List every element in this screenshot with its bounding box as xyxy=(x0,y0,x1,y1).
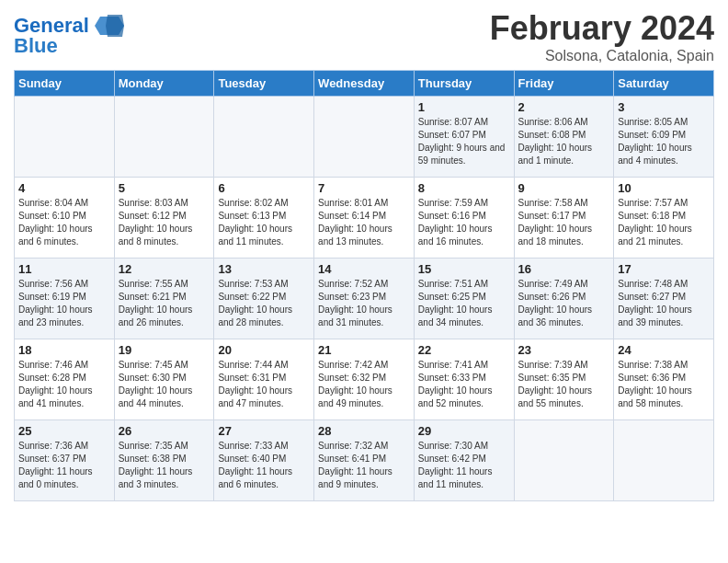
day-number: 22 xyxy=(418,343,510,357)
day-info: Sunrise: 7:30 AMSunset: 6:42 PMDaylight:… xyxy=(418,440,510,491)
day-cell: 24Sunrise: 7:38 AMSunset: 6:36 PMDayligh… xyxy=(614,339,714,420)
day-info: Sunrise: 7:49 AMSunset: 6:26 PMDaylight:… xyxy=(518,278,610,329)
day-info: Sunrise: 7:46 AMSunset: 6:28 PMDaylight:… xyxy=(18,359,110,410)
day-header-thursday: Thursday xyxy=(414,71,514,97)
day-info: Sunrise: 7:55 AMSunset: 6:21 PMDaylight:… xyxy=(119,278,210,329)
day-number: 18 xyxy=(18,343,110,357)
month-title: February 2024 xyxy=(490,9,714,48)
day-number: 4 xyxy=(18,181,110,195)
day-cell: 3Sunrise: 8:05 AMSunset: 6:09 PMDaylight… xyxy=(614,97,714,178)
day-number: 26 xyxy=(119,424,210,438)
day-number: 27 xyxy=(218,424,310,438)
day-info: Sunrise: 7:36 AMSunset: 6:37 PMDaylight:… xyxy=(18,440,110,491)
day-cell xyxy=(114,97,214,178)
day-cell: 23Sunrise: 7:39 AMSunset: 6:35 PMDayligh… xyxy=(514,339,614,420)
day-number: 11 xyxy=(18,262,110,276)
day-info: Sunrise: 8:05 AMSunset: 6:09 PMDaylight:… xyxy=(618,116,710,167)
day-number: 17 xyxy=(618,262,710,276)
day-number: 3 xyxy=(618,100,710,114)
day-number: 28 xyxy=(318,424,410,438)
day-number: 8 xyxy=(418,181,510,195)
day-info: Sunrise: 7:38 AMSunset: 6:36 PMDaylight:… xyxy=(618,359,710,410)
day-cell xyxy=(614,420,714,501)
day-info: Sunrise: 8:07 AMSunset: 6:07 PMDaylight:… xyxy=(418,116,510,167)
day-number: 10 xyxy=(618,181,710,195)
day-info: Sunrise: 7:52 AMSunset: 6:23 PMDaylight:… xyxy=(318,278,410,329)
day-info: Sunrise: 7:58 AMSunset: 6:17 PMDaylight:… xyxy=(518,197,610,248)
day-number: 21 xyxy=(318,343,410,357)
day-number: 6 xyxy=(218,181,310,195)
day-cell: 8Sunrise: 7:59 AMSunset: 6:16 PMDaylight… xyxy=(414,178,514,259)
week-row-1: 1Sunrise: 8:07 AMSunset: 6:07 PMDaylight… xyxy=(15,97,714,178)
day-cell: 29Sunrise: 7:30 AMSunset: 6:42 PMDayligh… xyxy=(414,420,514,501)
day-cell xyxy=(214,97,314,178)
day-info: Sunrise: 7:53 AMSunset: 6:22 PMDaylight:… xyxy=(218,278,310,329)
day-cell: 10Sunrise: 7:57 AMSunset: 6:18 PMDayligh… xyxy=(614,178,714,259)
day-cell: 1Sunrise: 8:07 AMSunset: 6:07 PMDaylight… xyxy=(414,97,514,178)
day-info: Sunrise: 7:44 AMSunset: 6:31 PMDaylight:… xyxy=(218,359,310,410)
day-info: Sunrise: 7:45 AMSunset: 6:30 PMDaylight:… xyxy=(119,359,210,410)
day-cell: 7Sunrise: 8:01 AMSunset: 6:14 PMDaylight… xyxy=(314,178,415,259)
day-cell: 13Sunrise: 7:53 AMSunset: 6:22 PMDayligh… xyxy=(214,259,314,339)
day-info: Sunrise: 7:57 AMSunset: 6:18 PMDaylight:… xyxy=(618,197,710,248)
day-cell: 18Sunrise: 7:46 AMSunset: 6:28 PMDayligh… xyxy=(15,339,115,420)
day-number: 25 xyxy=(18,424,110,438)
calendar-body: 1Sunrise: 8:07 AMSunset: 6:07 PMDaylight… xyxy=(15,97,714,501)
day-info: Sunrise: 8:01 AMSunset: 6:14 PMDaylight:… xyxy=(318,197,410,248)
day-number: 7 xyxy=(318,181,410,195)
day-number: 24 xyxy=(618,343,710,357)
day-number: 23 xyxy=(518,343,610,357)
day-cell: 19Sunrise: 7:45 AMSunset: 6:30 PMDayligh… xyxy=(114,339,214,420)
day-cell xyxy=(314,97,415,178)
logo-text-blue: Blue xyxy=(14,35,58,57)
day-info: Sunrise: 7:41 AMSunset: 6:33 PMDaylight:… xyxy=(418,359,510,410)
day-info: Sunrise: 7:33 AMSunset: 6:40 PMDaylight:… xyxy=(218,440,310,491)
day-number: 19 xyxy=(119,343,210,357)
calendar-header-row: SundayMondayTuesdayWednesdayThursdayFrid… xyxy=(15,71,714,97)
day-header-saturday: Saturday xyxy=(614,71,714,97)
title-area: February 2024 Solsona, Catalonia, Spain xyxy=(490,9,714,64)
day-header-sunday: Sunday xyxy=(15,71,115,97)
day-cell: 21Sunrise: 7:42 AMSunset: 6:32 PMDayligh… xyxy=(314,339,415,420)
day-cell: 22Sunrise: 7:41 AMSunset: 6:33 PMDayligh… xyxy=(414,339,514,420)
day-header-wednesday: Wednesday xyxy=(314,71,415,97)
day-info: Sunrise: 7:56 AMSunset: 6:19 PMDaylight:… xyxy=(18,278,110,329)
day-number: 16 xyxy=(518,262,610,276)
day-cell: 20Sunrise: 7:44 AMSunset: 6:31 PMDayligh… xyxy=(214,339,314,420)
day-header-monday: Monday xyxy=(114,71,214,97)
day-info: Sunrise: 7:51 AMSunset: 6:25 PMDaylight:… xyxy=(418,278,510,329)
week-row-2: 4Sunrise: 8:04 AMSunset: 6:10 PMDaylight… xyxy=(15,178,714,259)
day-cell: 17Sunrise: 7:48 AMSunset: 6:27 PMDayligh… xyxy=(614,259,714,339)
day-cell: 28Sunrise: 7:32 AMSunset: 6:41 PMDayligh… xyxy=(314,420,415,501)
day-cell: 2Sunrise: 8:06 AMSunset: 6:08 PMDaylight… xyxy=(514,97,614,178)
day-info: Sunrise: 8:06 AMSunset: 6:08 PMDaylight:… xyxy=(518,116,610,167)
day-number: 13 xyxy=(218,262,310,276)
day-cell xyxy=(15,97,115,178)
day-cell: 5Sunrise: 8:03 AMSunset: 6:12 PMDaylight… xyxy=(114,178,214,259)
day-cell: 26Sunrise: 7:35 AMSunset: 6:38 PMDayligh… xyxy=(114,420,214,501)
day-cell: 16Sunrise: 7:49 AMSunset: 6:26 PMDayligh… xyxy=(514,259,614,339)
day-info: Sunrise: 7:35 AMSunset: 6:38 PMDaylight:… xyxy=(119,440,210,491)
day-cell: 14Sunrise: 7:52 AMSunset: 6:23 PMDayligh… xyxy=(314,259,415,339)
day-info: Sunrise: 7:42 AMSunset: 6:32 PMDaylight:… xyxy=(318,359,410,410)
day-cell: 6Sunrise: 8:02 AMSunset: 6:13 PMDaylight… xyxy=(214,178,314,259)
day-number: 20 xyxy=(218,343,310,357)
svg-marker-1 xyxy=(106,15,124,37)
day-info: Sunrise: 8:02 AMSunset: 6:13 PMDaylight:… xyxy=(218,197,310,248)
day-number: 2 xyxy=(518,100,610,114)
day-header-friday: Friday xyxy=(514,71,614,97)
week-row-3: 11Sunrise: 7:56 AMSunset: 6:19 PMDayligh… xyxy=(15,259,714,339)
day-header-tuesday: Tuesday xyxy=(214,71,314,97)
day-number: 5 xyxy=(119,181,210,195)
day-number: 12 xyxy=(119,262,210,276)
day-number: 9 xyxy=(518,181,610,195)
day-cell: 25Sunrise: 7:36 AMSunset: 6:37 PMDayligh… xyxy=(15,420,115,501)
day-info: Sunrise: 8:04 AMSunset: 6:10 PMDaylight:… xyxy=(18,197,110,248)
day-cell: 4Sunrise: 8:04 AMSunset: 6:10 PMDaylight… xyxy=(15,178,115,259)
day-info: Sunrise: 7:48 AMSunset: 6:27 PMDaylight:… xyxy=(618,278,710,329)
day-cell: 12Sunrise: 7:55 AMSunset: 6:21 PMDayligh… xyxy=(114,259,214,339)
day-cell xyxy=(514,420,614,501)
day-info: Sunrise: 7:32 AMSunset: 6:41 PMDaylight:… xyxy=(318,440,410,491)
day-number: 14 xyxy=(318,262,410,276)
location-title: Solsona, Catalonia, Spain xyxy=(490,48,714,64)
